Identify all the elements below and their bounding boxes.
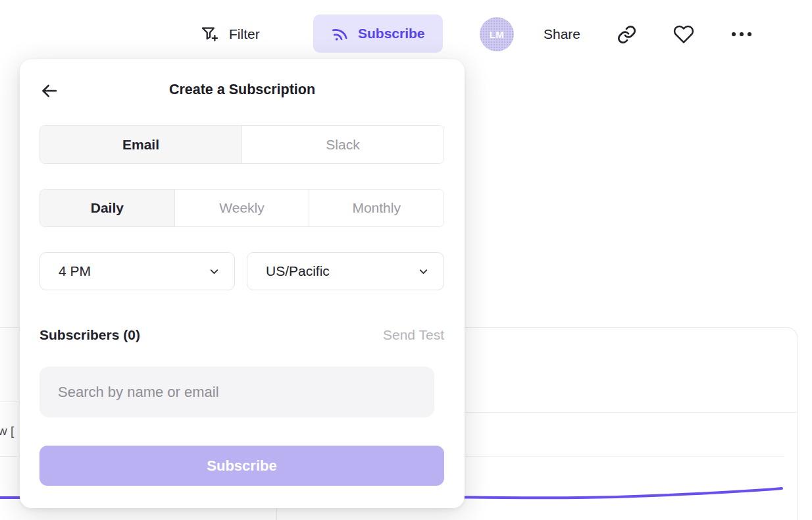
tab-email[interactable]: Email — [40, 126, 241, 163]
favorite-heart-icon[interactable] — [672, 24, 695, 45]
filter-plus-icon — [199, 24, 219, 44]
modal-title: Create a Subscription — [20, 82, 465, 98]
subscribers-row: Subscribers (0) Send Test — [39, 325, 444, 345]
filter-button[interactable]: Filter — [199, 19, 260, 49]
tab-monthly[interactable]: Monthly — [309, 190, 444, 226]
subscribe-label: Subscribe — [358, 26, 425, 41]
timezone-select-value: US/Pacific — [266, 263, 330, 279]
ellipsis-icon — [732, 32, 736, 36]
subscribers-count-label: Subscribers (0) — [39, 327, 140, 343]
subscribe-button[interactable]: Subscribe — [313, 14, 443, 53]
modal-subscribe-button[interactable]: Subscribe — [39, 446, 444, 486]
copy-link-icon[interactable] — [617, 24, 637, 45]
timezone-select[interactable]: US/Pacific — [247, 252, 444, 290]
gridline-left — [0, 456, 18, 457]
card-top-edge-left — [0, 327, 18, 328]
chevron-down-icon — [209, 266, 220, 277]
gridline-left — [0, 402, 18, 402]
send-test-button[interactable]: Send Test — [383, 327, 444, 343]
rss-icon — [329, 23, 351, 45]
user-avatar[interactable]: LM — [480, 17, 514, 51]
tab-daily[interactable]: Daily — [40, 190, 174, 226]
ellipsis-icon — [748, 32, 751, 36]
tab-weekly[interactable]: Weekly — [174, 190, 309, 226]
channel-tabs: Email Slack — [39, 125, 444, 164]
frequency-tabs: Daily Weekly Monthly — [39, 189, 444, 227]
clipped-background-text: w [ — [0, 424, 14, 438]
tab-slack[interactable]: Slack — [241, 126, 444, 163]
time-select-value: 4 PM — [59, 263, 91, 279]
time-select[interactable]: 4 PM — [39, 252, 235, 290]
subscriber-search-input[interactable] — [39, 367, 434, 417]
more-options-button[interactable] — [732, 32, 751, 36]
ellipsis-icon — [740, 32, 744, 36]
filter-label: Filter — [229, 26, 260, 42]
avatar-initials: LM — [490, 29, 505, 40]
share-button[interactable]: Share — [544, 26, 580, 42]
chevron-down-icon — [418, 266, 429, 277]
create-subscription-modal: Create a Subscription Email Slack Daily … — [20, 59, 465, 508]
